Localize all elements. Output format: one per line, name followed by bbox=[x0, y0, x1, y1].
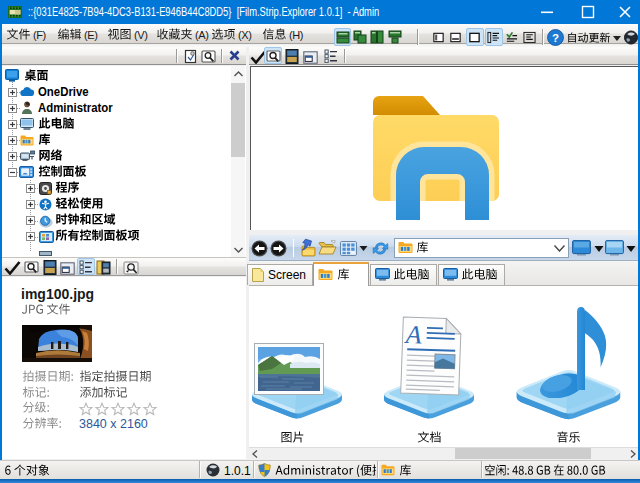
svg-text:?: ? bbox=[552, 32, 559, 44]
svg-text:A: A bbox=[403, 320, 422, 350]
